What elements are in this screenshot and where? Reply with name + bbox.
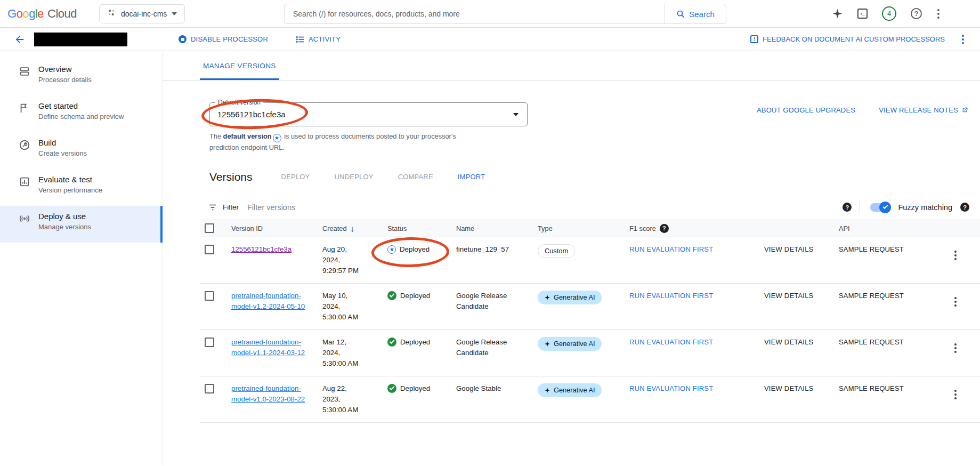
type-chip-generative-ai: Generative AI: [538, 383, 602, 397]
compare-button[interactable]: COMPARE: [398, 173, 433, 181]
flag-icon: [18, 102, 31, 115]
version-id-link[interactable]: 12556121bc1cfe3a: [231, 244, 291, 255]
table-row: 12556121bc1cfe3a Aug 20, 2024, 9:29:57 P…: [200, 237, 980, 284]
import-button[interactable]: IMPORT: [458, 173, 485, 181]
filter-icon: [208, 203, 217, 212]
page-more-options-icon[interactable]: [961, 34, 965, 45]
broadcast-icon: [18, 212, 31, 225]
select-caret-icon: [513, 113, 519, 116]
bar-chart-icon: [18, 175, 31, 188]
feedback-button[interactable]: ! FEEDBACK ON DOCUMENT AI CUSTOM PROCESS…: [750, 35, 945, 43]
versions-toolbar: Versions DEPLOY UNDEPLOY COMPARE IMPORT: [209, 171, 980, 183]
sample-request-button[interactable]: SAMPLE REQUEST: [839, 245, 904, 253]
project-selector[interactable]: docai-inc-cms: [99, 4, 185, 23]
sidebar-item-get-started[interactable]: Get started Define schema and preview: [0, 95, 162, 132]
default-version-value: 12556121bc1cfe3a: [217, 110, 286, 119]
header-type: Type: [538, 224, 629, 232]
table-row: pretrained-foundation-model-v1.1-2024-03…: [200, 330, 980, 376]
row-more-options-icon[interactable]: [953, 250, 958, 261]
sidebar-item-overview[interactable]: Overview Processor details: [0, 59, 162, 95]
default-version-star-icon: [387, 245, 396, 254]
feedback-label: FEEDBACK ON DOCUMENT AI CUSTOM PROCESSOR…: [763, 35, 945, 43]
gemini-spark-icon[interactable]: [832, 8, 843, 19]
default-version-label: Default version: [215, 99, 263, 106]
deployed-check-icon: [387, 338, 396, 347]
deployed-check-icon: [387, 384, 396, 393]
header-created[interactable]: Created↓: [322, 224, 387, 233]
status-label: Deployed: [400, 244, 430, 255]
sidebar-item-build[interactable]: Build Create versions: [0, 132, 162, 169]
main-content: MANAGE VERSIONS ABOUT GOOGLE UPGRADES VI…: [163, 51, 980, 465]
cloud-shell-icon[interactable]: ›_: [857, 9, 868, 19]
name-cell: Google Release Candidate: [456, 337, 523, 358]
versions-table: Version ID Created↓ Status Name Type F1 …: [200, 220, 980, 423]
row-more-options-icon[interactable]: [953, 389, 958, 400]
view-details-button[interactable]: VIEW DETAILS: [764, 384, 813, 392]
redacted-processor-name: [34, 33, 127, 46]
name-cell: finetune_129_57: [456, 244, 523, 255]
activity-button[interactable]: ACTIVITY: [296, 35, 341, 44]
sample-request-button[interactable]: SAMPLE REQUEST: [839, 384, 904, 392]
sample-request-button[interactable]: SAMPLE REQUEST: [839, 338, 904, 346]
search-button[interactable]: Search: [665, 4, 726, 24]
deploy-button[interactable]: DEPLOY: [281, 173, 310, 181]
created-cell: May 10, 2024, 5:30:00 AM: [322, 291, 369, 323]
row-more-options-icon[interactable]: [953, 342, 958, 354]
version-id-link[interactable]: pretrained-foundation-model-v1.1-2024-03…: [231, 337, 306, 358]
header-f1-score: F1 score?: [629, 224, 764, 233]
processor-action-bar: DISABLE PROCESSOR ACTIVITY ! FEEDBACK ON…: [0, 28, 980, 51]
status-cell: Deployed: [387, 337, 456, 348]
row-checkbox[interactable]: [205, 245, 214, 254]
view-details-button[interactable]: VIEW DETAILS: [764, 292, 813, 300]
undeploy-button[interactable]: UNDEPLOY: [335, 173, 374, 181]
sidebar-item-subtitle: Create versions: [38, 149, 87, 157]
row-checkbox[interactable]: [205, 384, 214, 393]
default-version-select[interactable]: Default version 12556121bc1cfe3a: [209, 102, 528, 126]
filter-bar: Filter ? Fuzzy matching ?: [200, 195, 980, 220]
sample-request-button[interactable]: SAMPLE REQUEST: [839, 292, 904, 300]
run-evaluation-first-link[interactable]: RUN EVALUATION FIRST: [629, 245, 713, 253]
filter-help-icon[interactable]: ?: [843, 203, 852, 212]
spark-icon: [544, 387, 550, 393]
view-details-button[interactable]: VIEW DETAILS: [764, 245, 813, 253]
version-id-link[interactable]: pretrained-foundation-model-v1.0-2023-08…: [231, 383, 306, 405]
f1-score-help-icon[interactable]: ?: [660, 224, 669, 233]
search-input[interactable]: [284, 4, 665, 24]
type-chip-generative-ai: Generative AI: [538, 291, 602, 304]
notifications-badge[interactable]: 4: [882, 6, 896, 21]
row-checkbox[interactable]: [205, 338, 214, 347]
search-button-label: Search: [689, 10, 715, 19]
fuzzy-matching-toggle[interactable]: [870, 203, 890, 212]
row-more-options-icon[interactable]: [953, 296, 958, 308]
run-evaluation-first-link[interactable]: RUN EVALUATION FIRST: [629, 384, 713, 392]
help-icon[interactable]: ?: [911, 8, 922, 19]
table-header-row: Version ID Created↓ Status Name Type F1 …: [200, 220, 980, 237]
select-all-checkbox[interactable]: [205, 223, 214, 233]
sidebar-item-title: Evaluate & test: [38, 175, 102, 184]
version-id-link[interactable]: pretrained-foundation-model-v1.2-2024-05…: [231, 291, 306, 312]
sidebar-item-title: Get started: [38, 101, 124, 110]
filter-versions-input[interactable]: [247, 203, 407, 212]
fuzzy-matching-help-icon[interactable]: ?: [960, 203, 969, 212]
table-row: pretrained-foundation-model-v1.0-2023-08…: [200, 376, 980, 423]
sidebar-item-title: Build: [38, 138, 87, 147]
feedback-icon: !: [750, 35, 758, 43]
tab-manage-versions[interactable]: MANAGE VERSIONS: [200, 62, 279, 80]
sidebar-item-deploy-use[interactable]: Deploy & use Manage versions: [0, 206, 162, 243]
run-evaluation-first-link[interactable]: RUN EVALUATION FIRST: [629, 292, 713, 300]
row-checkbox[interactable]: [205, 291, 214, 301]
more-options-icon[interactable]: [936, 8, 941, 20]
notifications-count: 4: [887, 10, 891, 18]
sidebar-item-evaluate-test[interactable]: Evaluate & test Version performance: [0, 169, 162, 206]
sidebar-item-title: Overview: [38, 65, 92, 74]
project-name: docai-inc-cms: [121, 10, 167, 18]
disable-processor-button[interactable]: DISABLE PROCESSOR: [179, 35, 268, 43]
google-cloud-logo[interactable]: Google Cloud: [7, 7, 77, 21]
view-details-button[interactable]: VIEW DETAILS: [764, 338, 813, 346]
run-evaluation-first-link[interactable]: RUN EVALUATION FIRST: [629, 338, 713, 346]
header-api: API: [839, 224, 941, 232]
chevron-down-icon: [172, 12, 177, 15]
created-cell: Aug 20, 2024, 9:29:57 PM: [322, 244, 369, 276]
sidebar-item-title: Deploy & use: [38, 212, 91, 221]
back-arrow-icon[interactable]: [14, 34, 26, 45]
